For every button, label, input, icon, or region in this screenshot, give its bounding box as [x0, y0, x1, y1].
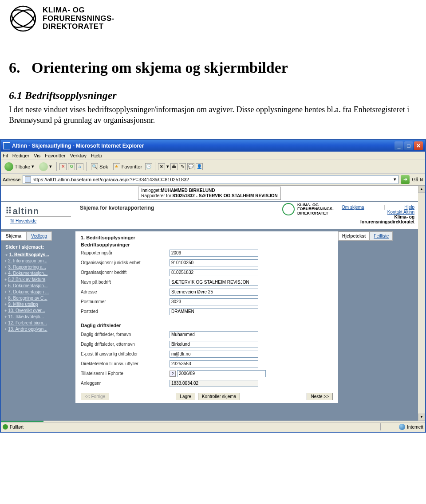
- field-input[interactable]: [170, 298, 258, 305]
- sidebar-item[interactable]: +4. Dokumentasjon...: [4, 270, 74, 276]
- vertical-scrollbar[interactable]: ▲ ▼: [418, 186, 425, 421]
- page-icon: [25, 176, 31, 183]
- menu-favoritter[interactable]: Favoritter: [45, 153, 65, 158]
- discuss-icon[interactable]: 💬: [187, 163, 194, 170]
- check-button[interactable]: Kontroller skjema: [198, 393, 240, 400]
- status-text: Fullført: [10, 425, 24, 430]
- field-label: Rapporteringsår: [81, 250, 170, 255]
- mail-icon[interactable]: ✉: [158, 163, 165, 170]
- field-input[interactable]: [170, 341, 258, 348]
- altinn-header: altinn Til Hovedside KLIMA- OGFORURENSNI…: [1, 202, 418, 229]
- sidebar-item[interactable]: +2. Informasjon om...: [4, 258, 74, 264]
- help-icon[interactable]: ?: [170, 371, 176, 377]
- content-footer-strip: [1, 403, 418, 421]
- maximize-button[interactable]: □: [404, 141, 413, 150]
- minimize-button[interactable]: _: [394, 141, 403, 150]
- address-input[interactable]: https://at01.altinn.basefarm.net/cga/aca…: [23, 175, 398, 184]
- browser-window: Altinn - Skjemautfylling - Microsoft Int…: [0, 139, 426, 433]
- back-button[interactable]: Tilbake ▾: [3, 161, 36, 172]
- sidebar-item[interactable]: +8. Beregning av C...: [4, 295, 74, 301]
- sidebar-item[interactable]: +7. Dokumentasjon ...: [4, 289, 74, 295]
- om-skjema-link[interactable]: Om skjema: [342, 205, 364, 210]
- scroll-down-icon[interactable]: ▼: [418, 414, 425, 421]
- sidebar-item[interactable]: +13. Andre opplysn...: [4, 326, 74, 332]
- search-button[interactable]: 🔍Søk: [89, 162, 110, 171]
- messenger-icon[interactable]: 👤: [196, 163, 203, 170]
- zone-text: Internett: [407, 425, 423, 430]
- favorites-button[interactable]: ★Favoritter: [111, 162, 144, 171]
- window-titlebar[interactable]: Altinn - Skjemautfylling - Microsoft Int…: [1, 140, 425, 152]
- svg-point-0: [11, 6, 36, 31]
- tab-vedlegg[interactable]: Vedlegg: [26, 231, 52, 241]
- field-input[interactable]: [170, 250, 258, 257]
- menu-vis[interactable]: Vis: [34, 153, 40, 158]
- field-input[interactable]: [170, 259, 258, 266]
- sidebar-item[interactable]: +12. Forbrent biom...: [4, 320, 74, 326]
- field-label: Postnummer: [81, 299, 170, 304]
- field-label: Daglig driftsleder, etternavn: [81, 342, 170, 347]
- ie-icon: [3, 142, 10, 149]
- scroll-up-icon[interactable]: ▲: [418, 186, 425, 193]
- form-row: Postnummer: [81, 297, 333, 307]
- menu-verktoy[interactable]: Verktøy: [70, 153, 87, 158]
- history-icon[interactable]: 🕒: [145, 163, 152, 170]
- field-input[interactable]: [170, 351, 258, 358]
- sidebar-item[interactable]: +11. Ikke-kvotepli...: [4, 313, 74, 320]
- field-input[interactable]: [170, 279, 258, 286]
- sidebar-item[interactable]: +5.2 Bruk av faktura: [4, 276, 74, 282]
- field-input[interactable]: [177, 370, 266, 377]
- field-label: Direktetelefon til ansv. utfyller: [81, 361, 170, 366]
- menu-fil[interactable]: Fil: [3, 153, 8, 158]
- dropdown-icon[interactable]: ▾: [394, 176, 396, 182]
- tab-hjelpetekst[interactable]: Hjelpetekst: [338, 231, 370, 241]
- sidebar-item[interactable]: ➔1. Bedriftsopplys...: [4, 251, 74, 258]
- window-title: Altinn - Skjemautfylling - Microsoft Int…: [12, 143, 394, 149]
- tab-skjema[interactable]: Skjema: [1, 231, 26, 241]
- form-row: Poststed: [81, 307, 333, 316]
- search-icon: 🔍: [91, 163, 98, 170]
- field-label: Navn på bedrift: [81, 280, 170, 285]
- field-label: Daglig driftsleder, fornavn: [81, 332, 170, 337]
- tab-feilliste[interactable]: Feilliste: [370, 231, 393, 241]
- field-label: Anleggsnr: [81, 381, 170, 386]
- sidebar-item[interactable]: +9. Målte utslipp: [4, 301, 74, 307]
- menu-rediger[interactable]: Rediger: [12, 153, 30, 158]
- close-button[interactable]: ✕: [414, 141, 423, 150]
- button-row: << Forrige Lagre Kontroller skjema Neste…: [81, 388, 333, 403]
- sidebar-item[interactable]: +10. Oversikt over...: [4, 307, 74, 313]
- menu-hjelp[interactable]: Hjelp: [91, 153, 102, 158]
- field-input[interactable]: [170, 331, 258, 338]
- prev-button[interactable]: << Forrige: [81, 393, 109, 400]
- field-label: Organisasjonsnr juridisk enhet: [81, 260, 170, 265]
- form-row: Daglig driftsleder, fornavn: [81, 330, 333, 340]
- kontakt-link[interactable]: Kontakt Altinn: [387, 210, 414, 215]
- field-input[interactable]: [170, 308, 258, 315]
- document-header: KLIMA- OG FORURENSNINGS- DIREKTORATET: [0, 0, 426, 37]
- stop-icon[interactable]: ✕: [59, 163, 67, 170]
- form-section2-head: Daglig driftsleder: [81, 316, 333, 330]
- go-button[interactable]: ➔: [401, 175, 410, 184]
- field-input[interactable]: [170, 380, 258, 387]
- field-input[interactable]: [170, 269, 258, 276]
- zone-icon: [399, 424, 405, 430]
- form-section-head: Bedriftsopplysninger: [81, 241, 333, 248]
- klif-small-logo: KLIMA- OGFORURENSNINGS-DIREKTORATET: [282, 203, 334, 216]
- forward-icon: [39, 162, 48, 171]
- hjelp-link[interactable]: Hjelp: [404, 205, 414, 210]
- sidebar-item[interactable]: +3. Rapportering a...: [4, 264, 74, 270]
- star-icon: ★: [113, 163, 120, 170]
- field-input[interactable]: [170, 289, 258, 296]
- url-text: https://at01.altinn.basefarm.net/cga/aca…: [32, 177, 392, 182]
- home-icon[interactable]: ⌂: [76, 163, 83, 170]
- refresh-icon[interactable]: ↻: [68, 163, 75, 170]
- field-input[interactable]: [170, 360, 258, 367]
- hovedside-link[interactable]: Til Hovedside: [10, 219, 36, 223]
- next-button[interactable]: Neste >>: [307, 393, 333, 400]
- help-panel: Hjelpetekst Feilliste: [338, 231, 418, 403]
- edit-icon[interactable]: ✎: [179, 163, 186, 170]
- form-section-num: 1. Bedriftsopplysninger: [81, 234, 333, 241]
- sidebar-item[interactable]: +6. Dokumentasjon...: [4, 282, 74, 289]
- save-button[interactable]: Lagre: [176, 393, 195, 400]
- forward-button[interactable]: ▾: [37, 161, 54, 172]
- print-icon[interactable]: 🖶: [170, 163, 178, 170]
